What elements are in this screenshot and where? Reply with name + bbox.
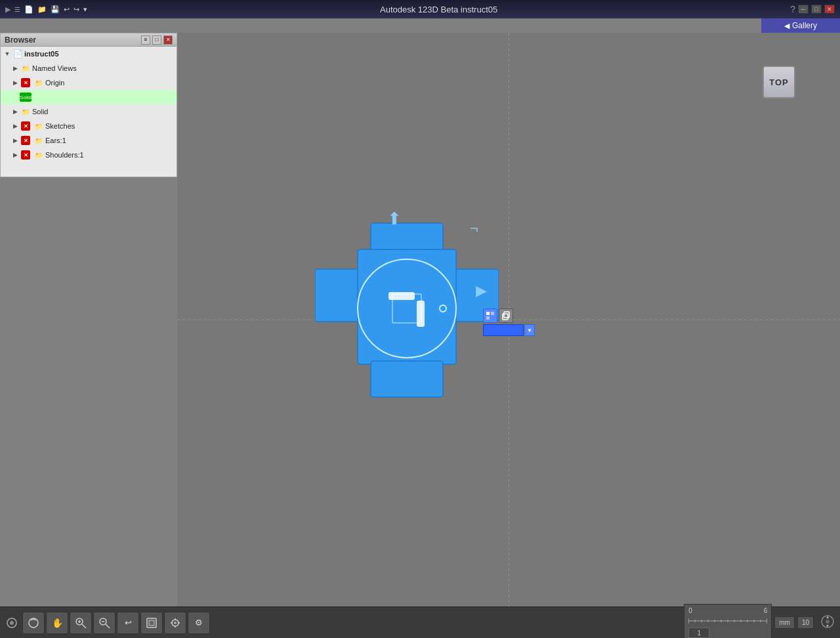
folder-icon-shoulders: 📁 (33, 135, 44, 146)
redo-icon[interactable]: ↪ (74, 5, 79, 14)
expand-arrow-shoulders[interactable]: ▶ (11, 137, 19, 144)
new-icon[interactable]: 📄 (24, 5, 33, 14)
icon-ears: ✕ (20, 121, 31, 131)
top-view-label: TOP (769, 77, 789, 87)
browser-panel: Browser ≡ □ ✕ ▼ 📄 instruct05 ▶ 📁 Named V… (0, 33, 177, 177)
zoom-extents-button[interactable] (164, 612, 186, 634)
model-shape[interactable] (315, 217, 499, 402)
svg-rect-22 (315, 269, 361, 322)
icon-hand: ✕ (20, 150, 31, 160)
tree-label-shoulders: Ears:1 (45, 137, 66, 144)
top-view-button[interactable]: TOP (763, 66, 795, 98)
tree-item-named-views[interactable]: ▶ 📁 Named Views (1, 61, 177, 75)
tree-item-root[interactable]: ▼ 📄 instruct05 (1, 47, 177, 61)
dimension-dropdown[interactable]: ▼ (524, 324, 535, 336)
file-icon: 📄 (12, 49, 23, 59)
browser-header: Browser ≡ □ ✕ (1, 33, 177, 47)
ruler-scale-row: 1 (688, 627, 767, 638)
tree-label-root: instruct05 (24, 50, 59, 58)
bottom-toolbar: ✋ ↩ ⚙ 0 6 (0, 606, 840, 638)
zoom-button[interactable] (70, 612, 92, 634)
icon-shoulders: ✕ (20, 135, 31, 146)
dimension-input[interactable]: -12 mm (483, 324, 524, 336)
tree-item-shoulders[interactable]: ▶ ✕ 📁 Ears:1 (1, 133, 177, 148)
pan-button[interactable]: ✋ (46, 612, 68, 634)
corner-bracket-icon[interactable]: ⌐ (470, 220, 478, 237)
browser-close-button[interactable]: ✕ (163, 35, 173, 45)
zoom-level-display[interactable]: 10 (797, 616, 814, 629)
tree-item-solid[interactable]: ▶ Solid (1, 90, 177, 104)
orbit-icon (5, 616, 18, 629)
folder-icon-named-views: 📁 (20, 63, 31, 74)
ruler-svg (688, 616, 767, 626)
tree-label-named-views: Named Views (32, 64, 77, 72)
gallery-bar[interactable]: ◀ Gallery (761, 18, 840, 33)
folder-icon-ears: 📁 (33, 121, 44, 131)
tree-label-origin: Origin (45, 79, 64, 87)
browser-btn-2[interactable]: □ (152, 35, 161, 45)
expand-arrow-ears[interactable]: ▶ (11, 122, 19, 130)
snap-icon[interactable] (483, 308, 497, 323)
tree-item-sketches[interactable]: ▶ 📁 Solid (1, 104, 177, 119)
app-logo-icon: ▶ (5, 5, 10, 14)
open-icon[interactable]: 📁 (37, 5, 47, 14)
ruler-container: 0 6 (684, 604, 772, 638)
icon-origin: ✕ (20, 77, 31, 88)
tree-item-ears[interactable]: ▶ ✕ 📁 Sketches (1, 119, 177, 133)
settings-button[interactable]: ⚙ (188, 612, 210, 634)
look-at-button[interactable]: ↩ (117, 612, 139, 634)
ruler-six: 6 (764, 607, 768, 614)
folder-icon-sketches: 📁 (20, 106, 31, 117)
ruler-zero: 0 (688, 607, 692, 614)
unit-display[interactable]: mm (774, 616, 795, 629)
svg-rect-47 (149, 620, 154, 626)
undo-icon[interactable]: ↩ (64, 5, 70, 14)
browser-btn-1[interactable]: ≡ (141, 35, 150, 45)
svg-rect-29 (417, 301, 425, 327)
help-icon[interactable]: ? (790, 4, 795, 14)
minimize-button[interactable]: ─ (798, 5, 808, 14)
svg-rect-34 (503, 314, 508, 320)
tree-item-hand[interactable]: ▶ ✕ 📁 Shoulders:1 (1, 148, 177, 162)
expand-arrow-origin[interactable]: ▶ (11, 79, 19, 87)
ruler-numbers: 0 6 (688, 607, 767, 614)
browser-title: Browser (5, 35, 36, 45)
tree-item-origin[interactable]: ▶ ✕ 📁 Origin (1, 75, 177, 90)
svg-line-44 (106, 624, 110, 628)
gallery-label: Gallery (792, 21, 817, 30)
svg-rect-31 (486, 312, 490, 315)
gallery-arrow-icon: ◀ (784, 22, 789, 30)
tree-label-sketches: Solid (32, 108, 48, 116)
navwheel-icon[interactable] (820, 614, 835, 631)
expand-arrow-hand[interactable]: ▶ (11, 151, 19, 159)
close-button[interactable]: ✕ (824, 5, 835, 14)
save-icon[interactable]: 💾 (51, 5, 60, 14)
expand-arrow-root[interactable]: ▼ (3, 50, 11, 58)
orbit-button[interactable] (22, 612, 45, 634)
dimension-popup: -12 mm ▼ (483, 308, 535, 336)
ruler-bar (688, 616, 767, 626)
fit-button[interactable] (140, 612, 163, 634)
svg-point-69 (826, 620, 830, 624)
folder-icon-hand: 📁 (33, 150, 44, 160)
restore-button[interactable]: □ (811, 5, 822, 14)
ruler-section: 0 6 (684, 604, 814, 638)
model-svg (315, 217, 499, 400)
menu-icon[interactable]: ☰ (14, 6, 20, 13)
move-up-arrow[interactable]: ⬆ (387, 209, 402, 229)
viewport[interactable]: ⬆ ▶ ⌐ -12 mm ▼ (177, 33, 840, 606)
move-right-arrow[interactable]: ▶ (476, 282, 487, 299)
copy-icon[interactable] (499, 308, 513, 323)
ruler-scale-input[interactable]: 1 (688, 627, 709, 638)
expand-arrow-named-views[interactable]: ▶ (11, 64, 19, 72)
svg-rect-25 (371, 361, 443, 397)
svg-rect-24 (358, 249, 456, 364)
expand-arrow-sketches[interactable]: ▶ (11, 108, 19, 116)
title-bar: ▶ ☰ 📄 📁 💾 ↩ ↪ ▾ Autodesk 123D Beta instr… (0, 0, 840, 18)
svg-rect-33 (486, 316, 490, 320)
icon-solid: Solid (20, 92, 31, 102)
tree-label-hand: Shoulders:1 (45, 151, 84, 159)
folder-icon-origin: 📁 (33, 77, 44, 88)
window-title: Autodesk 123D Beta instruct05 (87, 5, 790, 14)
zoom-out-button[interactable] (93, 612, 116, 634)
